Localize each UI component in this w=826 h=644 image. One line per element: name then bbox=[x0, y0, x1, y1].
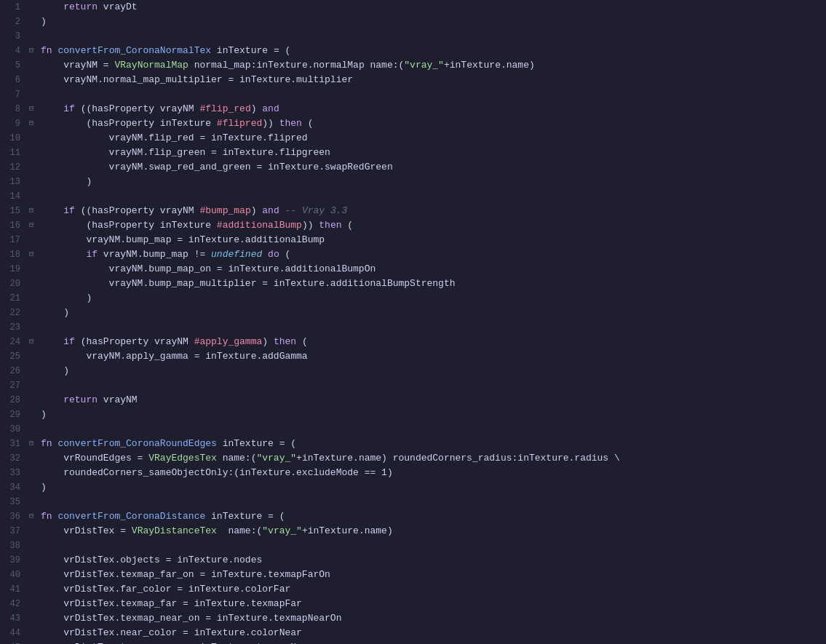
fold-icon bbox=[26, 393, 36, 408]
fold-icon[interactable]: ⊟ bbox=[26, 218, 36, 233]
table-row: 30 bbox=[0, 422, 826, 437]
table-row: 32 vrRoundEdges = VRayEdgesTex name:("vr… bbox=[0, 451, 826, 466]
table-row: 9⊟ (hasProperty inTexture #flipred)) the… bbox=[0, 116, 826, 131]
fold-icon bbox=[26, 146, 36, 160]
table-row: 28 return vrayNM bbox=[0, 393, 826, 408]
fold-icon bbox=[26, 553, 36, 568]
code-line: vrRoundEdges = VRayEdgesTex name:("vray_… bbox=[36, 451, 826, 466]
fold-icon bbox=[26, 233, 36, 247]
table-row: 23 bbox=[0, 320, 826, 335]
fold-icon bbox=[26, 73, 36, 87]
line-number: 21 bbox=[0, 291, 26, 306]
fold-icon[interactable]: ⊟ bbox=[26, 335, 36, 349]
line-number: 2 bbox=[0, 15, 26, 29]
table-row: 44 vrDistTex.near_color = inTexture.colo… bbox=[0, 626, 826, 640]
line-number: 9 bbox=[0, 116, 26, 131]
line-number: 18 bbox=[0, 247, 26, 262]
fold-icon bbox=[26, 277, 36, 291]
code-line: fn convertFrom_CoronaNormalTex inTexture… bbox=[36, 44, 826, 58]
line-number: 37 bbox=[0, 524, 26, 538]
code-line: roundedCorners_sameObjectOnly:(inTexture… bbox=[36, 466, 826, 480]
fold-icon[interactable]: ⊟ bbox=[26, 116, 36, 131]
table-row: 31⊟fn convertFrom_CoronaRoundEdges inTex… bbox=[0, 437, 826, 451]
fold-icon bbox=[26, 422, 36, 437]
fold-icon[interactable]: ⊟ bbox=[26, 102, 36, 116]
fold-icon[interactable]: ⊟ bbox=[26, 247, 36, 262]
fold-icon[interactable]: ⊟ bbox=[26, 204, 36, 218]
line-number: 33 bbox=[0, 466, 26, 480]
line-number: 22 bbox=[0, 306, 26, 320]
fold-icon bbox=[26, 0, 36, 15]
fold-icon bbox=[26, 15, 36, 29]
code-line: if (hasProperty vrayNM #apply_gamma) the… bbox=[36, 335, 826, 349]
line-number: 26 bbox=[0, 364, 26, 378]
fold-icon bbox=[26, 451, 36, 466]
table-row: 21 ) bbox=[0, 291, 826, 306]
line-number: 45 bbox=[0, 640, 26, 644]
table-row: 37 vrDistTex = VRayDistanceTex name:("vr… bbox=[0, 524, 826, 538]
table-row: 34) bbox=[0, 480, 826, 495]
line-number: 24 bbox=[0, 335, 26, 349]
fold-icon bbox=[26, 131, 36, 146]
fold-icon bbox=[26, 29, 36, 44]
line-number: 15 bbox=[0, 204, 26, 218]
fold-icon bbox=[26, 495, 36, 509]
code-line: vrDistTex.near_color = inTexture.colorNe… bbox=[36, 626, 826, 640]
line-number: 32 bbox=[0, 451, 26, 466]
table-row: 14 bbox=[0, 189, 826, 204]
table-row: 16⊟ (hasProperty inTexture #additionalBu… bbox=[0, 218, 826, 233]
line-number: 41 bbox=[0, 582, 26, 597]
fold-icon bbox=[26, 175, 36, 189]
line-number: 6 bbox=[0, 73, 26, 87]
table-row: 12 vrayNM.swap_red_and_green = inTexture… bbox=[0, 160, 826, 175]
fold-icon bbox=[26, 160, 36, 175]
code-line: vrayNM.flip_green = inTexture.flipgreen bbox=[36, 146, 826, 160]
code-line: ) bbox=[36, 408, 826, 422]
code-line: vrayNM.swap_red_and_green = inTexture.sw… bbox=[36, 160, 826, 175]
fold-icon bbox=[26, 378, 36, 393]
code-line: vrayNM.flip_red = inTexture.flipred bbox=[36, 131, 826, 146]
fold-icon[interactable]: ⊟ bbox=[26, 509, 36, 524]
code-line: vrDistTex.texmap_near_on = inTexture.tex… bbox=[36, 611, 826, 626]
table-row: 29) bbox=[0, 408, 826, 422]
line-number: 36 bbox=[0, 509, 26, 524]
table-row: 42 vrDistTex.texmap_far = inTexture.texm… bbox=[0, 597, 826, 611]
fold-icon[interactable]: ⊟ bbox=[26, 44, 36, 58]
code-line: vrayNM = VRayNormalMap normal_map:inText… bbox=[36, 58, 826, 73]
table-row: 39 vrDistTex.objects = inTexture.nodes bbox=[0, 553, 826, 568]
fold-icon[interactable]: ⊟ bbox=[26, 437, 36, 451]
code-line: (hasProperty inTexture #additionalBump))… bbox=[36, 218, 826, 233]
table-row: 33 roundedCorners_sameObjectOnly:(inText… bbox=[0, 466, 826, 480]
line-number: 27 bbox=[0, 378, 26, 393]
line-number: 23 bbox=[0, 320, 26, 335]
code-content[interactable]: 1 return vrayDt2)3 4⊟fn convertFrom_Coro… bbox=[0, 0, 826, 644]
code-line: ) bbox=[36, 480, 826, 495]
code-line: vrDistTex.far_color = inTexture.colorFar bbox=[36, 582, 826, 597]
line-number: 11 bbox=[0, 146, 26, 160]
line-number: 39 bbox=[0, 553, 26, 568]
table-row: 26 ) bbox=[0, 364, 826, 378]
fold-icon bbox=[26, 524, 36, 538]
table-row: 15⊟ if ((hasProperty vrayNM #bump_map) a… bbox=[0, 204, 826, 218]
code-line bbox=[36, 538, 826, 553]
fold-icon bbox=[26, 349, 36, 364]
fold-icon bbox=[26, 568, 36, 582]
line-number: 44 bbox=[0, 626, 26, 640]
code-line: vrDistTex.texmap_far = inTexture.texmapF… bbox=[36, 597, 826, 611]
fold-icon bbox=[26, 611, 36, 626]
code-line: if vrayNM.bump_map != undefined do ( bbox=[36, 247, 826, 262]
table-row: 20 vrayNM.bump_map_multiplier = inTextur… bbox=[0, 277, 826, 291]
line-number: 35 bbox=[0, 495, 26, 509]
table-row: 4⊟fn convertFrom_CoronaNormalTex inTextu… bbox=[0, 44, 826, 58]
fold-icon bbox=[26, 306, 36, 320]
table-row: 7 bbox=[0, 87, 826, 102]
table-row: 8⊟ if ((hasProperty vrayNM #flip_red) an… bbox=[0, 102, 826, 116]
fold-icon bbox=[26, 87, 36, 102]
fold-icon bbox=[26, 640, 36, 644]
code-line bbox=[36, 29, 826, 44]
table-row: 41 vrDistTex.far_color = inTexture.color… bbox=[0, 582, 826, 597]
line-number: 34 bbox=[0, 480, 26, 495]
line-number: 38 bbox=[0, 538, 26, 553]
fold-icon bbox=[26, 480, 36, 495]
line-number: 16 bbox=[0, 218, 26, 233]
